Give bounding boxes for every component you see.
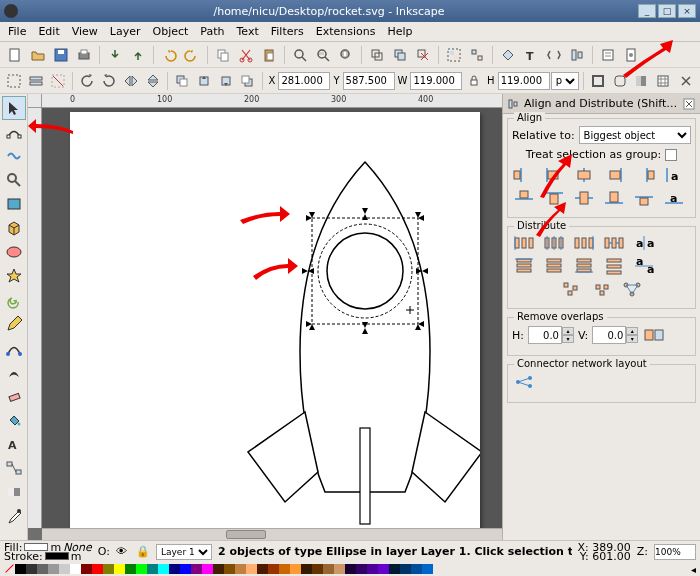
eraser-tool[interactable] [2,384,26,408]
overlap-h-input[interactable] [528,326,562,344]
dropper-tool[interactable] [2,504,26,528]
unit-select[interactable]: px [551,72,579,90]
color-swatch[interactable] [15,564,26,574]
color-swatch[interactable] [48,564,59,574]
align-bottom-out-button[interactable] [632,188,656,208]
dist-hcenter-button[interactable] [542,233,566,253]
color-swatch[interactable] [378,564,389,574]
flip-h-button[interactable] [120,70,141,92]
menu-file[interactable]: File [2,23,32,40]
color-swatch[interactable] [59,564,70,574]
color-swatch[interactable] [400,564,411,574]
lower-bottom-button[interactable] [237,70,258,92]
connector-layout-button[interactable] [512,372,536,392]
align-dist-button[interactable] [566,44,588,66]
scrollbar-thumb[interactable] [226,530,266,539]
remove-overlaps-button[interactable] [642,325,666,345]
color-swatch[interactable] [290,564,301,574]
y-input[interactable] [343,72,395,90]
minimize-button[interactable]: _ [638,4,656,18]
snap-toggle-button[interactable] [675,70,696,92]
prefs-button[interactable] [597,44,619,66]
bucket-tool[interactable] [2,408,26,432]
copy-button[interactable] [212,44,234,66]
color-swatch[interactable] [103,564,114,574]
raise-button[interactable] [194,70,215,92]
flip-v-button[interactable] [142,70,163,92]
calligraphy-tool[interactable] [2,360,26,384]
dist-right-button[interactable] [572,233,596,253]
color-swatch[interactable] [334,564,345,574]
no-color-swatch[interactable] [4,564,15,574]
spin-down[interactable]: ▾ [562,335,574,343]
color-swatch[interactable] [323,564,334,574]
node-tool[interactable] [2,120,26,144]
redo-button[interactable] [181,44,203,66]
zoom-fit-button[interactable] [289,44,311,66]
select-layers-button[interactable] [26,70,47,92]
dist-unclump-button[interactable] [590,279,614,299]
connector-tool[interactable] [2,456,26,480]
dist-text-h-button[interactable]: aa [632,233,656,253]
duplicate-button[interactable] [366,44,388,66]
color-swatch[interactable] [213,564,224,574]
lock-ratio-button[interactable] [463,70,484,92]
tweak-tool[interactable] [2,144,26,168]
dist-left-button[interactable] [512,233,536,253]
canvas[interactable] [42,108,502,528]
spin-up[interactable]: ▴ [562,327,574,335]
color-swatch[interactable] [136,564,147,574]
menu-filters[interactable]: Filters [265,23,310,40]
ungroup-button[interactable] [466,44,488,66]
gradient-tool[interactable] [2,480,26,504]
stroke-swatch[interactable] [45,552,69,560]
w-input[interactable] [410,72,462,90]
zoom-input[interactable] [654,544,696,560]
spiral-tool[interactable] [2,288,26,312]
color-swatch[interactable] [235,564,246,574]
color-swatch[interactable] [81,564,92,574]
menu-layer[interactable]: Layer [104,23,147,40]
layer-lock-icon[interactable]: 🔒 [136,545,150,559]
print-button[interactable] [73,44,95,66]
color-swatch[interactable] [312,564,323,574]
affect-corners-button[interactable] [609,70,630,92]
align-hcenter-button[interactable] [572,165,596,185]
dist-bottom-button[interactable] [572,256,596,276]
dist-randomize-button[interactable] [560,279,584,299]
color-swatch[interactable] [158,564,169,574]
spin-down[interactable]: ▾ [626,335,638,343]
h-input[interactable] [498,72,550,90]
color-swatch[interactable] [411,564,422,574]
zoom-page-button[interactable] [335,44,357,66]
color-swatch[interactable] [268,564,279,574]
layer-visibility-icon[interactable]: 👁 [116,545,130,559]
dist-text-v-button[interactable]: aa [632,256,656,276]
dist-vgap-button[interactable] [602,256,626,276]
open-button[interactable] [27,44,49,66]
color-swatch[interactable] [114,564,125,574]
align-vcenter-button[interactable] [572,188,596,208]
text-tool[interactable]: A [2,432,26,456]
menu-view[interactable]: View [66,23,104,40]
rotate-cw-button[interactable] [99,70,120,92]
color-swatch[interactable] [422,564,433,574]
panel-close-button[interactable] [682,97,696,111]
menu-help[interactable]: Help [381,23,418,40]
ellipse-tool[interactable] [2,240,26,264]
color-swatch[interactable] [191,564,202,574]
color-swatch[interactable] [180,564,191,574]
color-swatch[interactable] [26,564,37,574]
pencil-tool[interactable] [2,312,26,336]
close-button[interactable]: × [678,4,696,18]
star-tool[interactable] [2,264,26,288]
rect-tool[interactable] [2,192,26,216]
color-swatch[interactable] [246,564,257,574]
relative-to-select[interactable]: Biggest object [579,126,691,144]
lower-button[interactable] [215,70,236,92]
color-swatch[interactable] [301,564,312,574]
cut-button[interactable] [235,44,257,66]
align-top-out-button[interactable] [512,188,536,208]
color-swatch[interactable] [147,564,158,574]
zoom-draw-button[interactable] [312,44,334,66]
